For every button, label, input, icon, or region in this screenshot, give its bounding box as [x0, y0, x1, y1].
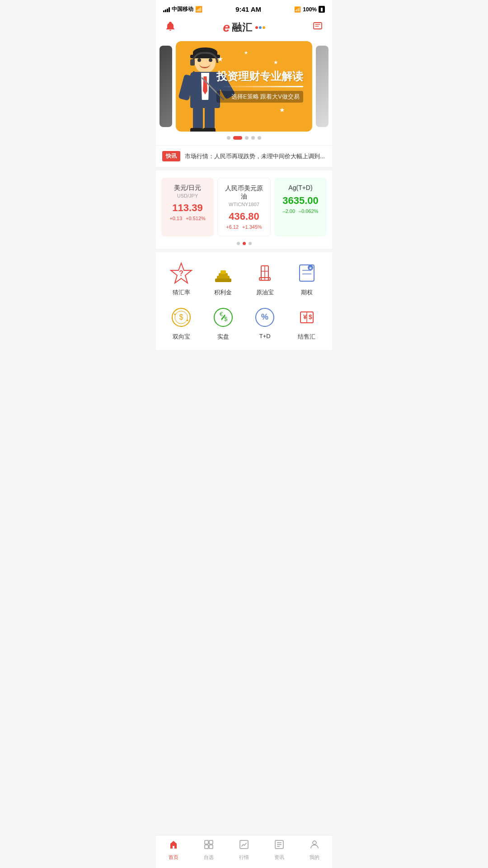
dot-4[interactable] — [251, 136, 255, 140]
news-badge: 快讯 — [162, 151, 180, 161]
menu-item-exchange[interactable]: ¥ $ 结售汇 — [286, 306, 328, 341]
menu-label-exchange: 结售汇 — [298, 333, 315, 341]
market-change-0: +0.13+0.512% — [166, 216, 209, 221]
menu-item-td[interactable]: % T+D — [244, 306, 286, 341]
svg-text:$: $ — [309, 313, 312, 321]
battery-icon: ▮ — [319, 6, 325, 13]
banner-subtitle: 选择E策略 跟着大V做交易 — [216, 91, 303, 103]
banner-title: 投资理财专业解读 — [216, 70, 303, 83]
star-5: ★ — [244, 50, 248, 55]
svg-text:%: % — [261, 312, 268, 321]
menu-item-live[interactable]: € $ 实盘 — [202, 306, 244, 341]
logo-e: e — [223, 20, 230, 35]
menu-label-dual: 双向宝 — [173, 333, 190, 341]
banner-side-right — [316, 46, 328, 127]
notification-bell-icon[interactable] — [165, 21, 176, 34]
gold-icon — [211, 261, 235, 285]
status-left: 中国移动 📶 — [163, 5, 202, 13]
market-section: 美元/日元 USD/JPY 113.39 +0.13+0.512% 人民币美元原… — [156, 170, 332, 249]
menu-label-options: 期权 — [301, 288, 313, 297]
menu-label-live: 实盘 — [217, 333, 229, 341]
market-name-2: Ag(T+D) — [279, 184, 322, 191]
banner-side-left — [160, 46, 172, 127]
banner-main[interactable]: ★ ★ ★ ★ ★ — [176, 41, 312, 132]
live-icon: € $ — [211, 306, 235, 329]
header: e 融汇 — [156, 16, 332, 41]
guess-rate-icon: ? — [169, 261, 193, 285]
market-card-usdjpy[interactable]: 美元/日元 USD/JPY 113.39 +0.13+0.512% — [161, 178, 214, 236]
logo-decoration — [255, 26, 265, 29]
td-icon: % — [253, 306, 277, 329]
time-label: 9:41 AM — [235, 5, 261, 13]
market-dot-3[interactable] — [249, 242, 252, 245]
svg-text:?: ? — [179, 269, 183, 277]
message-icon[interactable] — [312, 21, 323, 34]
market-dot-1[interactable] — [237, 242, 240, 245]
market-change-1: +6.12+1.345% — [222, 224, 266, 230]
carrier-label: 中国移动 — [172, 5, 193, 13]
market-code-1: WTICNY1807 — [222, 202, 266, 207]
bluetooth-icon: 📶 — [294, 6, 301, 13]
banner-text: 投资理财专业解读 选择E策略 跟着大V做交易 — [216, 70, 303, 103]
exchange-icon: ¥ $ — [295, 306, 319, 329]
market-card-agtd[interactable]: Ag(T+D) 3635.00 –2.00–0.062% — [274, 178, 327, 236]
dual-icon: $ — [169, 306, 193, 329]
menu-label-td: T+D — [259, 333, 271, 340]
battery-label: 100% — [303, 6, 317, 13]
star-2: ★ — [273, 59, 278, 66]
app-logo: e 融汇 — [223, 20, 265, 35]
status-bar: 中国移动 📶 9:41 AM 📶 100% ▮ — [156, 0, 332, 16]
svg-text:$: $ — [224, 316, 228, 322]
market-name-1: 人民币美元原油 — [222, 184, 266, 201]
menu-item-oil[interactable]: 原油宝 — [244, 261, 286, 297]
svg-rect-0 — [314, 23, 322, 29]
dot-2[interactable] — [233, 136, 242, 140]
market-card-oil[interactable]: 人民币美元原油 WTICNY1807 436.80 +6.12+1.345% — [217, 178, 271, 236]
svg-rect-6 — [215, 278, 231, 282]
menu-label-oil: 原油宝 — [256, 288, 274, 297]
svg-rect-5 — [221, 270, 226, 274]
market-cards: 美元/日元 USD/JPY 113.39 +0.13+0.512% 人民币美元原… — [161, 178, 327, 236]
menu-item-dual[interactable]: $ 双向宝 — [160, 306, 202, 341]
menu-item-guess-rate[interactable]: ? 猜汇率 — [160, 261, 202, 297]
svg-text:¥: ¥ — [303, 313, 307, 321]
star-4: ★ — [279, 106, 285, 113]
banner-section: ★ ★ ★ ★ ★ — [156, 41, 332, 145]
market-dot-2[interactable] — [243, 242, 246, 245]
menu-grid: ? 猜汇率 积利金 — [160, 261, 328, 341]
menu-item-gold[interactable]: 积利金 — [202, 261, 244, 297]
wifi-icon: 📶 — [195, 6, 202, 13]
options-icon: ★ — [295, 261, 319, 285]
logo-text: 融汇 — [232, 21, 253, 34]
svg-text:$: $ — [179, 313, 183, 321]
dot-3[interactable] — [245, 136, 249, 140]
market-name-0: 美元/日元 — [166, 184, 209, 192]
news-text: 市场行情：人民币再现跌势，未理中间价大幅上调到... — [185, 152, 325, 160]
news-ticker[interactable]: 快讯 市场行情：人民币再现跌势，未理中间价大幅上调到... — [156, 145, 332, 167]
svg-text:€: € — [220, 311, 223, 317]
market-price-2: 3635.00 — [279, 195, 322, 207]
status-right: 📶 100% ▮ — [294, 6, 325, 13]
market-dots — [161, 242, 327, 245]
dot-5[interactable] — [258, 136, 261, 140]
menu-label-gold: 积利金 — [214, 288, 232, 297]
market-price-0: 113.39 — [166, 202, 209, 214]
menu-item-options[interactable]: ★ 期权 — [286, 261, 328, 297]
market-code-0: USD/JPY — [166, 193, 209, 198]
menu-section: ? 猜汇率 积利金 — [156, 252, 332, 350]
market-change-2: –2.00–0.062% — [279, 208, 322, 214]
banner-dots — [156, 136, 332, 140]
market-price-1: 436.80 — [222, 211, 266, 222]
signal-icon — [163, 7, 170, 12]
menu-label-guess-rate: 猜汇率 — [173, 288, 190, 297]
banner-container: ★ ★ ★ ★ ★ — [156, 41, 332, 132]
oil-icon — [253, 261, 277, 285]
svg-text:★: ★ — [309, 266, 312, 270]
dot-1[interactable] — [227, 136, 230, 140]
